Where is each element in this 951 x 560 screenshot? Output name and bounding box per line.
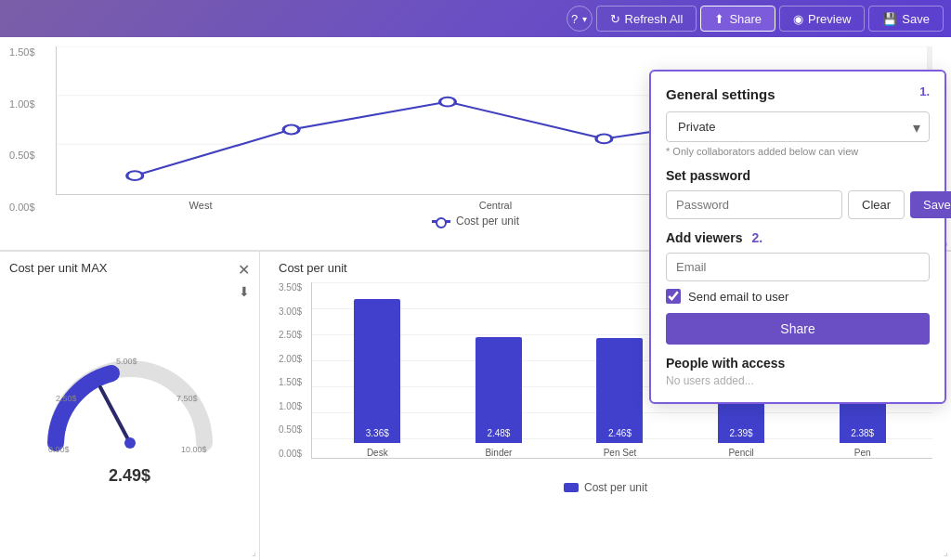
preview-icon: ◉	[793, 12, 803, 26]
bar-penset-value: 2.46$	[608, 428, 632, 438]
svg-text:0.00$: 0.00$	[48, 445, 70, 454]
main-content: 1.50$ 1.00$ 0.50$ 0.00$	[0, 37, 951, 560]
y-label-100: 1.00$	[9, 98, 35, 110]
password-row: Clear Save	[666, 190, 930, 219]
svg-text:10.00$: 10.00$	[181, 445, 207, 454]
send-email-label: Send email to user	[688, 290, 788, 304]
help-button[interactable]: ? ▾	[567, 6, 593, 32]
step2-badge: 2.	[751, 230, 762, 245]
toolbar: ? ▾ ↻ Refresh All ⬆ Share ◉ Preview 💾 Sa…	[0, 0, 951, 37]
bar-pencil-label: Pencil	[728, 448, 753, 458]
clear-password-button[interactable]: Clear	[848, 190, 905, 219]
bar-binder: 2.48$ Binder	[476, 337, 522, 458]
bar-resize-corner[interactable]: ⌟	[944, 547, 948, 557]
bar-penset-rect[interactable]: 2.46$	[596, 338, 643, 443]
bar-binder-rect[interactable]: 2.48$	[476, 337, 522, 443]
general-settings-title: General settings	[666, 86, 930, 102]
bar-y-350: 3.50$	[279, 282, 311, 293]
x-label-central: Central	[479, 200, 512, 211]
bar-y-300: 3.00$	[279, 306, 311, 317]
gauge-value: 2.49$	[109, 466, 150, 486]
gauge-card-download-button[interactable]: ⬇	[239, 284, 250, 299]
refresh-icon: ↻	[610, 12, 620, 26]
gauge-card: Cost per unit MAX ✕ ⬇ 0.00$ 10.00$ 5.00$	[0, 251, 260, 560]
y-label-150: 1.50$	[9, 46, 35, 58]
no-users-text: No users added...	[666, 374, 930, 387]
legend-line-icon	[432, 220, 450, 223]
svg-point-3	[127, 171, 143, 180]
bar-y-250: 2.50$	[279, 330, 311, 340]
preview-button[interactable]: ◉ Preview	[779, 6, 865, 32]
gauge-svg: 0.00$ 10.00$ 5.00$ 2.50$ 7.50$	[37, 341, 223, 462]
y-label-000: 0.00$	[9, 202, 35, 213]
save-icon: 💾	[882, 12, 897, 26]
bar-y-150: 1.50$	[279, 377, 311, 387]
add-viewers-title: Add viewers	[666, 230, 742, 245]
save-password-button[interactable]: Save	[910, 191, 951, 218]
email-input[interactable]	[666, 253, 930, 281]
svg-text:7.50$: 7.50$	[176, 394, 198, 403]
x-label-west: West	[189, 200, 213, 211]
password-input[interactable]	[666, 190, 842, 219]
bar-chart-legend: Cost per unit	[279, 481, 932, 494]
svg-text:2.50$: 2.50$	[56, 394, 77, 403]
bar-y-050: 0.50$	[279, 424, 311, 435]
gauge-card-close-button[interactable]: ✕	[238, 261, 250, 279]
bar-pen-label: Pen	[854, 448, 871, 458]
privacy-note: * Only collaborators added below can vie…	[666, 146, 930, 157]
top-chart-y-labels: 1.50$ 1.00$ 0.50$ 0.00$	[9, 46, 35, 213]
bar-desk-label: Desk	[367, 448, 388, 458]
help-chevron: ▾	[582, 14, 587, 24]
bar-penset-label: Pen Set	[604, 448, 637, 458]
share-button[interactable]: ⬆ Share	[700, 6, 775, 32]
send-email-checkbox[interactable]	[666, 289, 681, 304]
bar-pencil-value: 2.39$	[730, 428, 753, 438]
refresh-all-button[interactable]: ↻ Refresh All	[596, 6, 697, 32]
svg-point-4	[283, 124, 299, 134]
svg-line-14	[100, 387, 130, 443]
refresh-label: Refresh All	[625, 12, 684, 26]
set-password-title: Set password	[666, 168, 930, 183]
people-access-title: People with access	[666, 356, 930, 371]
bar-desk-value: 3.36$	[366, 428, 389, 438]
gauge-resize-corner[interactable]: ⌟	[252, 547, 256, 557]
bar-y-100: 1.00$	[279, 401, 311, 411]
help-icon: ?	[571, 12, 578, 26]
svg-point-15	[124, 437, 136, 449]
add-viewers-header: Add viewers 2.	[666, 230, 930, 245]
bar-desk: 3.36$ Desk	[354, 299, 400, 458]
bar-desk-rect[interactable]: 3.36$	[354, 299, 400, 443]
bar-y-200: 2.00$	[279, 354, 311, 364]
svg-point-5	[440, 98, 456, 107]
bar-legend-label: Cost per unit	[584, 481, 647, 494]
preview-label: Preview	[808, 12, 851, 26]
top-chart-legend-label: Cost per unit	[456, 215, 519, 228]
send-email-row: Send email to user	[666, 289, 930, 304]
share-label: Share	[729, 12, 762, 26]
bar-penset: 2.46$ Pen Set	[596, 338, 643, 458]
bar-pen-value: 2.38$	[851, 428, 874, 438]
bar-binder-label: Binder	[485, 448, 512, 458]
gauge-card-title: Cost per unit MAX	[9, 261, 250, 275]
bar-binder-value: 2.48$	[487, 428, 510, 438]
bar-y-000: 0.00$	[279, 449, 311, 459]
share-panel: 1. General settings Private Public * Onl…	[649, 70, 946, 404]
save-label: Save	[902, 12, 930, 26]
bar-legend-color-icon	[564, 483, 579, 492]
save-button[interactable]: 💾 Save	[868, 6, 944, 32]
gauge-container: 0.00$ 10.00$ 5.00$ 2.50$ 7.50$ 2.49$	[9, 275, 250, 551]
privacy-select-wrapper[interactable]: Private Public	[666, 111, 930, 142]
privacy-select[interactable]: Private Public	[666, 111, 930, 142]
step1-indicator: 1.	[919, 85, 930, 98]
svg-text:5.00$: 5.00$	[116, 357, 137, 366]
svg-point-6	[596, 134, 612, 143]
share-viewers-button[interactable]: Share	[666, 313, 930, 345]
y-label-050: 0.50$	[9, 150, 35, 161]
share-icon: ⬆	[714, 12, 724, 26]
bar-y-labels: 3.50$ 3.00$ 2.50$ 2.00$ 1.50$ 1.00$ 0.50…	[279, 282, 311, 477]
